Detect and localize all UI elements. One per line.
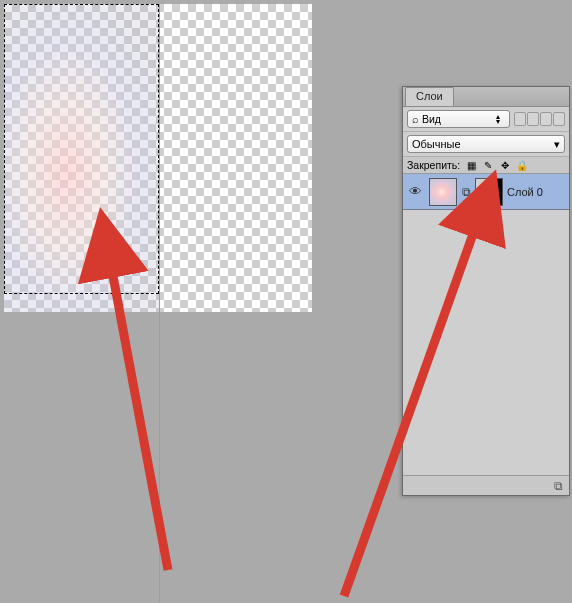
kind-label: Вид: [422, 113, 441, 125]
layer-list-empty: [403, 210, 569, 460]
vertical-guide[interactable]: [159, 4, 160, 603]
canvas-area[interactable]: [4, 4, 324, 564]
layers-panel: Слои ⌕ Вид ▴▾ Обычные ▾ Закрепить: ▦ ✎ ✥…: [402, 86, 570, 496]
mask-link-icon[interactable]: ⧉: [461, 185, 471, 199]
visibility-eye-icon[interactable]: 👁: [405, 184, 425, 199]
selection-marquee[interactable]: [4, 4, 159, 294]
panel-footer: ⧉: [403, 475, 569, 495]
blend-mode-dropdown[interactable]: Обычные ▾: [407, 135, 565, 153]
filter-icon-3[interactable]: [540, 112, 552, 126]
filter-icon-2[interactable]: [527, 112, 539, 126]
blend-row: Обычные ▾: [403, 132, 569, 157]
tab-layers[interactable]: Слои: [405, 87, 454, 106]
lock-row: Закрепить: ▦ ✎ ✥ 🔒: [403, 157, 569, 174]
blend-mode-label: Обычные: [412, 138, 461, 150]
search-icon: ⌕: [412, 113, 419, 125]
chevron-down-icon: ▾: [554, 138, 560, 151]
lock-position-icon[interactable]: ✥: [499, 159, 511, 171]
lock-pixels-icon[interactable]: ▦: [465, 159, 477, 171]
panel-tab-bar: Слои: [403, 87, 569, 107]
layer-name[interactable]: Слой 0: [507, 186, 543, 198]
kind-dropdown[interactable]: ⌕ Вид ▴▾: [407, 110, 510, 128]
link-layers-icon[interactable]: ⧉: [554, 479, 563, 493]
lock-brush-icon[interactable]: ✎: [482, 159, 494, 171]
layer-row[interactable]: 👁 ⧉ Слой 0: [403, 174, 569, 210]
filter-icon-4[interactable]: [553, 112, 565, 126]
layer-mask-thumbnail[interactable]: [475, 178, 503, 206]
layer-thumbnail[interactable]: [429, 178, 457, 206]
lock-label: Закрепить:: [407, 159, 460, 171]
lock-all-icon[interactable]: 🔒: [516, 159, 528, 171]
filter-row: ⌕ Вид ▴▾: [403, 107, 569, 132]
chevron-updown-icon: ▴▾: [491, 114, 505, 124]
filter-icon-1[interactable]: [514, 112, 526, 126]
